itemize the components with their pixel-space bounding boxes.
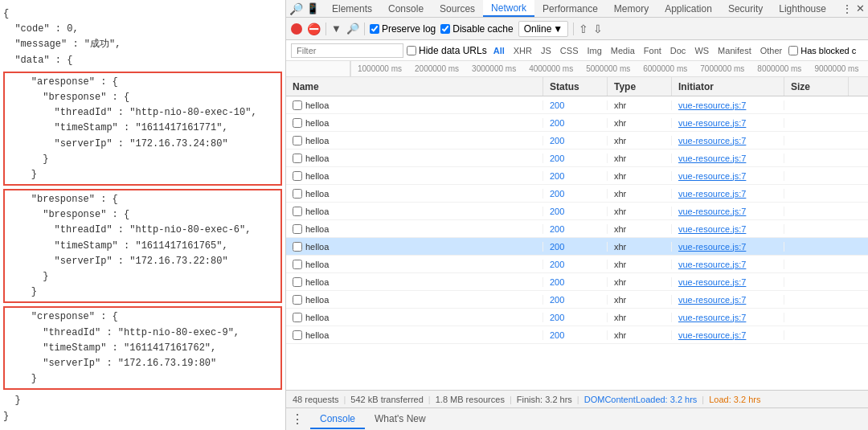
hide-data-urls-checkbox[interactable] [407,46,416,55]
status-resources: 1.8 MB resources [436,395,505,404]
initiator-link-7[interactable]: vue-resource.js:7 [678,224,746,234]
row-checkbox-2[interactable] [293,136,302,145]
table-row[interactable]: helloa 200 xhr vue-resource.js:7 [286,220,868,238]
row-checkbox-7[interactable] [293,224,302,234]
table-row[interactable]: helloa 200 xhr vue-resource.js:7 [286,326,868,344]
cell-name-7: helloa [286,224,543,234]
tab-elements[interactable]: Elements [324,0,380,17]
cell-initiator-2: vue-resource.js:7 [672,136,784,145]
record-button[interactable] [291,23,302,35]
tab-application[interactable]: Application [657,0,720,17]
cell-initiator-0: vue-resource.js:7 [672,100,784,110]
search-icon[interactable]: 🔎 [346,23,359,35]
hide-data-urls-label[interactable]: Hide data URLs [407,45,487,56]
online-dropdown[interactable]: Online ▼ [518,21,569,37]
table-row[interactable]: helloa 200 xhr vue-resource.js:7 [286,203,868,220]
filter-ws[interactable]: WS [691,45,712,56]
table-row[interactable]: helloa 200 xhr vue-resource.js:7 [286,238,868,256]
initiator-link-9[interactable]: vue-resource.js:7 [678,260,746,269]
cresponse-block: "cresponse" : { "threadId" : "http-nio-8… [3,306,282,390]
initiator-link-6[interactable]: vue-resource.js:7 [678,207,746,216]
initiator-link-0[interactable]: vue-resource.js:7 [678,100,746,110]
close-devtools-icon[interactable]: ✕ [856,2,865,14]
table-row[interactable]: helloa 200 xhr vue-resource.js:7 [286,167,868,185]
filter-doc[interactable]: Doc [667,45,690,56]
has-blocked-checkbox[interactable] [788,46,798,55]
has-blocked-label[interactable]: Has blocked c [788,46,856,55]
filter-js[interactable]: JS [538,45,555,56]
row-checkbox-4[interactable] [293,171,302,181]
preserve-log-label[interactable]: Preserve log [370,23,436,35]
table-row[interactable]: helloa 200 xhr vue-resource.js:7 [286,309,868,326]
row-checkbox-1[interactable] [293,118,302,128]
cell-status-3: 200 [543,154,608,163]
table-row[interactable]: helloa 200 xhr vue-resource.js:7 [286,149,868,167]
row-checkbox-13[interactable] [293,330,302,340]
initiator-link-12[interactable]: vue-resource.js:7 [678,313,746,322]
row-checkbox-3[interactable] [293,154,302,163]
cell-initiator-8: vue-resource.js:7 [672,242,784,252]
table-row[interactable]: helloa 200 xhr vue-resource.js:7 [286,114,868,132]
table-row[interactable]: helloa 200 xhr vue-resource.js:7 [286,132,868,149]
initiator-link-13[interactable]: vue-resource.js:7 [678,330,746,340]
cell-name-13: helloa [286,330,543,340]
filter-xhr[interactable]: XHR [510,45,535,56]
has-blocked-text: Has blocked c [800,46,856,55]
disable-cache-label[interactable]: Disable cache [440,23,513,35]
tab-whats-new[interactable]: What's New [365,410,436,429]
initiator-link-1[interactable]: vue-resource.js:7 [678,118,746,128]
initiator-link-8[interactable]: vue-resource.js:7 [678,242,746,252]
json-message-line: "message" : "成功", [3,37,282,52]
filter-all[interactable]: All [490,45,508,56]
filter-type-buttons: All XHR JS CSS Img Media Font Doc WS Man… [490,45,785,56]
table-row[interactable]: helloa 200 xhr vue-resource.js:7 [286,96,868,114]
inspect-icon[interactable]: 🔎 [289,2,303,15]
timeline-marker-1: 1000000 ms [351,64,408,73]
row-checkbox-11[interactable] [293,295,302,305]
row-checkbox-5[interactable] [293,189,302,199]
initiator-link-3[interactable]: vue-resource.js:7 [678,154,746,163]
initiator-link-11[interactable]: vue-resource.js:7 [678,295,746,305]
row-checkbox-6[interactable] [293,207,302,216]
initiator-link-2[interactable]: vue-resource.js:7 [678,136,746,145]
row-checkbox-8[interactable] [293,242,302,252]
table-row[interactable]: helloa 200 xhr vue-resource.js:7 [286,185,868,203]
filter-font[interactable]: Font [641,45,665,56]
cell-type-3: xhr [608,154,672,163]
filter-media[interactable]: Media [608,45,638,56]
filter-input[interactable] [291,43,403,58]
tab-network[interactable]: Network [483,0,534,17]
preserve-log-checkbox[interactable] [370,24,379,34]
upload-button[interactable]: ⇧ [579,23,588,35]
filter-img[interactable]: Img [583,45,604,56]
download-button[interactable]: ⇩ [593,23,603,35]
device-icon[interactable]: 📱 [306,2,319,14]
cell-type-5: xhr [608,189,672,199]
disable-cache-checkbox[interactable] [440,24,450,34]
row-checkbox-0[interactable] [293,100,302,110]
tab-performance[interactable]: Performance [534,0,606,17]
bottom-menu-icon[interactable]: ⋮ [291,412,304,427]
initiator-link-10[interactable]: vue-resource.js:7 [678,277,746,287]
tab-console-bottom[interactable]: Console [310,410,365,429]
tab-sources[interactable]: Sources [432,0,483,17]
tab-security[interactable]: Security [720,0,771,17]
table-row[interactable]: helloa 200 xhr vue-resource.js:7 [286,273,868,291]
row-checkbox-9[interactable] [293,260,302,269]
tab-lighthouse[interactable]: Lighthouse [771,0,834,17]
row-checkbox-10[interactable] [293,277,302,287]
tab-console[interactable]: Console [380,0,432,17]
status-dom-content-loaded: DOMContentLoaded: 3.2 hrs [584,395,698,404]
tab-memory[interactable]: Memory [606,0,657,17]
initiator-link-5[interactable]: vue-resource.js:7 [678,189,746,199]
filter-manifest[interactable]: Manifest [714,45,755,56]
table-row[interactable]: helloa 200 xhr vue-resource.js:7 [286,291,868,309]
clear-button[interactable]: ⛔ [307,23,321,35]
row-checkbox-12[interactable] [293,313,302,322]
filter-icon[interactable]: ▼ [331,23,342,35]
table-row[interactable]: helloa 200 xhr vue-resource.js:7 [286,256,868,273]
initiator-link-4[interactable]: vue-resource.js:7 [678,171,746,181]
more-tabs-icon[interactable]: ⋮ [841,2,853,15]
filter-css[interactable]: CSS [557,45,582,56]
filter-other[interactable]: Other [757,45,786,56]
